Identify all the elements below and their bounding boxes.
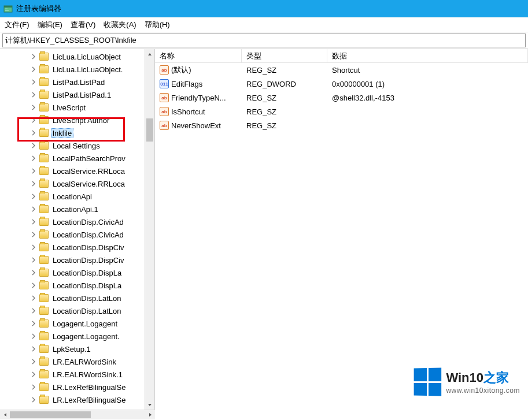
tree-item[interactable]: LocalPathSearchProv bbox=[0, 152, 154, 165]
folder-icon bbox=[39, 243, 49, 251]
expand-icon[interactable] bbox=[30, 91, 37, 98]
tree-item[interactable]: LicLua.LicLuaObject bbox=[0, 50, 154, 63]
value-row[interactable]: abFriendlyTypeN...REG_SZ@shell32.dll,-41… bbox=[155, 91, 528, 105]
watermark-url: www.win10xitong.com bbox=[446, 386, 520, 395]
expand-icon[interactable] bbox=[30, 333, 37, 340]
expand-icon[interactable] bbox=[30, 117, 37, 124]
tree-item[interactable]: ListPad.ListPad.1 bbox=[0, 88, 154, 101]
expand-icon[interactable] bbox=[30, 53, 37, 60]
tree-item[interactable]: LiveScript bbox=[0, 101, 154, 114]
expand-icon[interactable] bbox=[30, 244, 37, 251]
expand-icon[interactable] bbox=[30, 142, 37, 149]
hscrollbar-thumb[interactable] bbox=[10, 411, 91, 418]
value-row[interactable]: ab(默认)REG_SZShortcut bbox=[155, 63, 528, 77]
tree-item[interactable]: ListPad.ListPad bbox=[0, 76, 154, 88]
expand-icon[interactable] bbox=[30, 129, 37, 136]
tree-item[interactable]: LR.EALRWordSink.1 bbox=[0, 368, 154, 381]
expand-icon[interactable] bbox=[30, 396, 37, 403]
scroll-up-button[interactable] bbox=[145, 49, 154, 59]
scroll-left-button[interactable] bbox=[0, 410, 10, 419]
folder-icon bbox=[39, 167, 49, 175]
tree-item[interactable]: LocationDisp.DispCiv bbox=[0, 241, 154, 254]
tree-item-label: LocationDisp.LatLon bbox=[51, 294, 123, 303]
scroll-down-button[interactable] bbox=[145, 400, 154, 410]
tree-item[interactable]: LocationDisp.CivicAd bbox=[0, 228, 154, 241]
expand-icon[interactable] bbox=[30, 345, 37, 352]
folder-icon bbox=[39, 281, 49, 289]
tree-item[interactable]: LocalService.RRLoca bbox=[0, 177, 154, 190]
folder-icon bbox=[39, 345, 49, 353]
titlebar: 注册表编辑器 bbox=[0, 0, 528, 17]
expand-icon[interactable] bbox=[30, 193, 37, 200]
tree-item[interactable]: LR.LexRefBilingualSe bbox=[0, 393, 154, 406]
registry-tree[interactable]: LicLua.LicLuaObjectLicLua.LicLuaObject.L… bbox=[0, 49, 154, 407]
expand-icon[interactable] bbox=[30, 320, 37, 327]
expand-icon[interactable] bbox=[30, 79, 37, 86]
tree-item-label: LicLua.LicLuaObject. bbox=[51, 65, 124, 74]
tree-item[interactable]: LocationDisp.LatLon bbox=[0, 304, 154, 317]
address-bar[interactable]: 计算机\HKEY_CLASSES_ROOT\lnkfile bbox=[2, 34, 526, 47]
expand-icon[interactable] bbox=[30, 295, 37, 302]
scroll-right-button[interactable] bbox=[145, 410, 155, 419]
column-header-data[interactable]: 数据 bbox=[327, 49, 528, 62]
tree-item-label: LocalService.RRLoca bbox=[51, 167, 127, 176]
tree-item[interactable]: LocationDisp.DispLa bbox=[0, 266, 154, 279]
tree-item-label: LocationDisp.DispLa bbox=[51, 281, 123, 290]
tree-item[interactable]: LR.EALRWordSink bbox=[0, 355, 154, 368]
menu-edit[interactable]: 编辑(E) bbox=[38, 20, 62, 30]
folder-icon bbox=[39, 231, 49, 239]
tree-item[interactable]: LR.LexRefBilingualSe bbox=[0, 381, 154, 393]
tree-horizontal-scrollbar[interactable] bbox=[0, 410, 155, 419]
expand-icon[interactable] bbox=[30, 104, 37, 111]
expand-icon[interactable] bbox=[30, 358, 37, 365]
expand-icon[interactable] bbox=[30, 180, 37, 187]
expand-icon[interactable] bbox=[30, 307, 37, 314]
tree-item[interactable]: LocationDisp.CivicAd bbox=[0, 215, 154, 228]
watermark: Win10之家 www.win10xitong.com bbox=[413, 368, 520, 396]
expand-icon[interactable] bbox=[30, 168, 37, 174]
tree-item[interactable]: LocationDisp.LatLon bbox=[0, 292, 154, 304]
value-row[interactable]: abIsShortcutREG_SZ bbox=[155, 105, 528, 118]
value-row[interactable]: 011EditFlagsREG_DWORD0x00000001 (1) bbox=[155, 77, 528, 91]
tree-item[interactable]: Local Settings bbox=[0, 139, 154, 152]
expand-icon[interactable] bbox=[30, 155, 37, 162]
expand-icon[interactable] bbox=[30, 257, 37, 263]
menu-view[interactable]: 查看(V) bbox=[71, 20, 95, 30]
tree-item[interactable]: LiveScript Author bbox=[0, 114, 154, 127]
tree-item-label: LpkSetup.1 bbox=[51, 345, 93, 354]
menu-file[interactable]: 文件(F) bbox=[5, 20, 29, 30]
values-list[interactable]: ab(默认)REG_SZShortcut011EditFlagsREG_DWOR… bbox=[155, 63, 528, 132]
tree-item[interactable]: LicLua.LicLuaObject. bbox=[0, 63, 154, 76]
tree-item[interactable]: lnkfile bbox=[0, 127, 154, 139]
scrollbar-thumb[interactable] bbox=[146, 118, 153, 142]
value-row[interactable]: abNeverShowExtREG_SZ bbox=[155, 118, 528, 132]
tree-item[interactable]: Logagent.Logagent bbox=[0, 317, 154, 330]
expand-icon[interactable] bbox=[30, 66, 37, 73]
tree-item[interactable]: LocationApi.1 bbox=[0, 203, 154, 215]
menu-favorites[interactable]: 收藏夹(A) bbox=[104, 20, 136, 30]
tree-item-label: Logagent.Logagent bbox=[51, 319, 119, 328]
tree-item[interactable]: LocalService.RRLoca bbox=[0, 165, 154, 177]
column-header-name[interactable]: 名称 bbox=[155, 49, 242, 62]
content-area: LicLua.LicLuaObjectLicLua.LicLuaObject.L… bbox=[0, 49, 528, 410]
tree-item[interactable]: Logagent.Logagent. bbox=[0, 330, 154, 343]
column-header-type[interactable]: 类型 bbox=[242, 49, 327, 62]
expand-icon[interactable] bbox=[30, 371, 37, 378]
tree-item[interactable]: LpkSetup.1 bbox=[0, 343, 154, 355]
address-path: 计算机\HKEY_CLASSES_ROOT\lnkfile bbox=[5, 35, 136, 46]
tree-item-label: LocalService.RRLoca bbox=[51, 180, 127, 188]
values-panel: 名称 类型 数据 ab(默认)REG_SZShortcut011EditFlag… bbox=[155, 49, 528, 410]
menubar: 文件(F) 编辑(E) 查看(V) 收藏夹(A) 帮助(H) bbox=[0, 17, 528, 32]
tree-item[interactable]: LocationDisp.DispCiv bbox=[0, 254, 154, 266]
tree-item[interactable]: LocationDisp.DispLa bbox=[0, 279, 154, 292]
expand-icon[interactable] bbox=[30, 384, 37, 391]
tree-item[interactable]: LocationApi bbox=[0, 190, 154, 203]
expand-icon[interactable] bbox=[30, 231, 37, 238]
string-value-icon: ab bbox=[160, 107, 169, 116]
tree-vertical-scrollbar[interactable] bbox=[145, 49, 154, 410]
expand-icon[interactable] bbox=[30, 282, 37, 289]
expand-icon[interactable] bbox=[30, 206, 37, 213]
expand-icon[interactable] bbox=[30, 218, 37, 225]
expand-icon[interactable] bbox=[30, 269, 37, 276]
menu-help[interactable]: 帮助(H) bbox=[145, 20, 170, 30]
